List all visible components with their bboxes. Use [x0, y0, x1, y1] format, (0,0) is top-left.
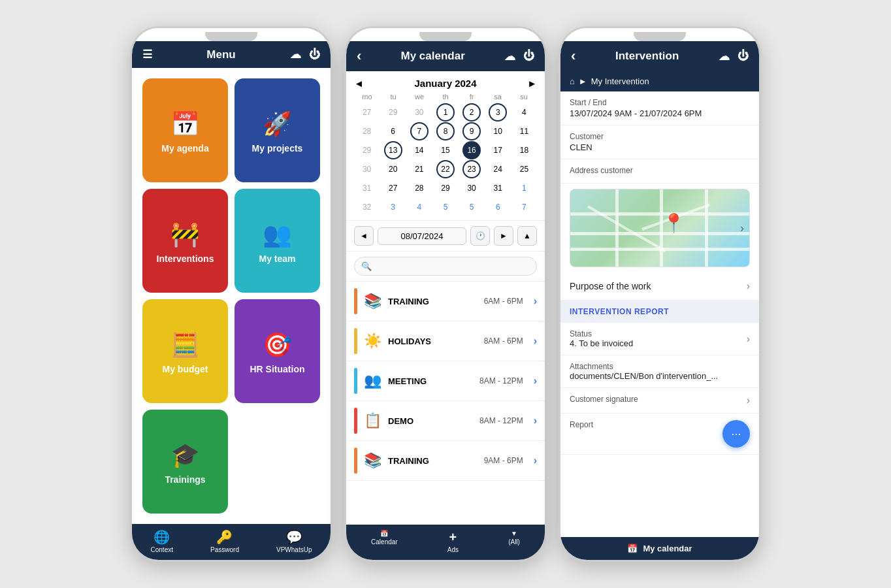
- cal-day-3[interactable]: 3: [489, 103, 507, 122]
- address-map[interactable]: 📍 ›: [570, 189, 750, 267]
- tile-myteam[interactable]: 👥 My team: [235, 189, 320, 293]
- bottom-nav-password[interactable]: 🔑 Password: [210, 529, 239, 553]
- event-chevron-3: ›: [534, 375, 537, 387]
- cal-day[interactable]: 5: [436, 198, 455, 216]
- cal-day[interactable]: 4: [410, 198, 429, 216]
- event-demo[interactable]: 📋 DEMO 8AM - 12PM ›: [346, 401, 545, 441]
- cal-date-display[interactable]: 08/07/2024: [378, 227, 466, 245]
- cal-day[interactable]: 7: [515, 198, 533, 216]
- status-row[interactable]: Status 4. To be invoiced ›: [560, 323, 759, 355]
- cal-day[interactable]: 5: [462, 198, 481, 216]
- attachments-row[interactable]: Attachments documents/CLEN/Bon d'interve…: [560, 355, 759, 388]
- tile-projects[interactable]: 🚀 My projects: [235, 78, 320, 182]
- cal-day[interactable]: 1: [515, 179, 533, 197]
- cal-day-29[interactable]: 29: [436, 179, 455, 197]
- cal-day-2[interactable]: 2: [462, 103, 481, 122]
- intervention-bottom-nav[interactable]: 📅 My calendar: [560, 537, 759, 560]
- breadcrumb-bar: ⌂ ► My Intervention: [560, 71, 759, 91]
- report-fab-button[interactable]: ···: [722, 420, 750, 448]
- tile-hr[interactable]: 🎯 HR Situation: [235, 299, 320, 403]
- next-month-btn[interactable]: ►: [527, 78, 537, 89]
- globe-icon: 🌐: [154, 529, 170, 545]
- cal-day-20[interactable]: 20: [384, 160, 402, 178]
- cal-day-9[interactable]: 9: [462, 122, 481, 140]
- back-icon-cal[interactable]: ‹: [357, 48, 361, 65]
- power-icon-cal[interactable]: ⏻: [523, 50, 534, 63]
- tile-trainings[interactable]: 🎓 Trainings: [142, 410, 228, 514]
- cloud-icon-int[interactable]: ☁: [719, 50, 730, 63]
- agenda-icon: 📅: [170, 110, 200, 138]
- cal-day-28[interactable]: 28: [410, 179, 429, 197]
- bottom-nav-vpwhatsup[interactable]: 💬 VPWhatsUp: [276, 529, 312, 553]
- cal-day-18[interactable]: 18: [515, 141, 533, 159]
- calendar-search-input[interactable]: [354, 257, 537, 276]
- cloud-icon[interactable]: ☁: [290, 48, 301, 61]
- report-row-item[interactable]: Report ···: [560, 414, 759, 455]
- cal-clock-btn[interactable]: 🕐: [470, 226, 490, 246]
- cal-day[interactable]: 3: [384, 198, 402, 216]
- customer-signature-row[interactable]: Customer signature ›: [560, 388, 759, 414]
- cal-day-27[interactable]: 27: [384, 179, 402, 197]
- cal-day-24[interactable]: 24: [489, 160, 507, 178]
- hr-icon: 🎯: [263, 331, 292, 359]
- power-icon-int[interactable]: ⏻: [737, 50, 749, 63]
- status-value: 4. To be invoiced: [570, 338, 747, 348]
- map-expand-icon[interactable]: ›: [740, 221, 744, 235]
- cal-day[interactable]: 6: [489, 198, 507, 216]
- calendar-nav-label: Calendar: [371, 538, 398, 546]
- event-holidays[interactable]: ☀️ HOLIDAYS 8AM - 6PM ›: [346, 321, 545, 361]
- cal-day-1[interactable]: 1: [436, 103, 455, 122]
- cal-day[interactable]: 31: [358, 179, 376, 197]
- cal-day-16[interactable]: 16: [462, 141, 481, 159]
- cloud-icon-cal[interactable]: ☁: [504, 50, 515, 63]
- cal-day-30[interactable]: 30: [462, 179, 481, 197]
- tile-budget[interactable]: 🧮 My budget: [142, 299, 228, 403]
- tile-interventions[interactable]: 🚧 Interventions: [142, 189, 228, 293]
- menu-body: 📅 My agenda 🚀 My projects 🚧 Intervention…: [132, 68, 331, 524]
- prev-month-btn[interactable]: ◄: [354, 78, 364, 89]
- cal-day-15[interactable]: 15: [436, 141, 455, 159]
- cal-day-4[interactable]: 4: [515, 103, 533, 122]
- bottom-ads-btn[interactable]: + Ads: [447, 530, 459, 553]
- event-name-4: DEMO: [388, 416, 473, 426]
- cal-day-14[interactable]: 14: [410, 141, 429, 159]
- cal-next-btn[interactable]: ►: [494, 226, 513, 246]
- cal-day-11[interactable]: 11: [515, 122, 533, 140]
- event-icon-meeting: 👥: [364, 372, 381, 389]
- home-icon[interactable]: ⌂: [570, 76, 575, 86]
- cal-day-7[interactable]: 7: [410, 122, 429, 140]
- wd-we: we: [406, 93, 432, 101]
- cal-prev-btn[interactable]: ◄: [354, 226, 374, 246]
- hamburger-icon[interactable]: [142, 48, 152, 61]
- back-icon-int[interactable]: ‹: [571, 48, 575, 65]
- cal-day-31[interactable]: 31: [489, 179, 507, 197]
- cal-day[interactable]: 27: [358, 103, 376, 122]
- cal-day-8[interactable]: 8: [436, 122, 455, 140]
- power-icon[interactable]: ⏻: [309, 48, 320, 61]
- cal-day-10[interactable]: 10: [489, 122, 507, 140]
- bottom-filter-btn[interactable]: ▼ (All): [508, 530, 520, 553]
- ads-nav-label: Ads: [447, 546, 459, 553]
- event-training-1[interactable]: 📚 TRAINING 6AM - 6PM ›: [346, 282, 545, 321]
- cal-day-21[interactable]: 21: [410, 160, 429, 178]
- cal-up-btn[interactable]: ▲: [517, 226, 537, 246]
- cal-day-17[interactable]: 17: [489, 141, 507, 159]
- cal-day[interactable]: 29: [384, 103, 402, 122]
- event-meeting[interactable]: 👥 MEETING 8AM - 12PM ›: [346, 361, 545, 401]
- cal-day-13[interactable]: 13: [384, 141, 402, 159]
- bottom-calendar-btn[interactable]: 📅 Calendar: [371, 530, 398, 553]
- cal-day-22[interactable]: 22: [436, 160, 455, 178]
- purpose-row[interactable]: Purpose of the work ›: [560, 272, 759, 301]
- cal-day[interactable]: 28: [358, 122, 376, 140]
- cal-day[interactable]: 30: [410, 103, 429, 122]
- bottom-nav-context[interactable]: 🌐 Context: [151, 529, 173, 553]
- cal-day-6[interactable]: 6: [384, 122, 402, 140]
- attachments-value: documents/CLEN/Bon d'intervention_...: [570, 371, 750, 381]
- cal-day[interactable]: 29: [358, 141, 376, 159]
- event-training-2[interactable]: 📚 TRAINING 9AM - 6PM ›: [346, 441, 545, 481]
- tile-agenda[interactable]: 📅 My agenda: [142, 78, 228, 182]
- cal-day-23[interactable]: 23: [462, 160, 481, 178]
- cal-week-num: 32: [358, 198, 376, 216]
- cal-day-25[interactable]: 25: [515, 160, 533, 178]
- cal-day[interactable]: 30: [358, 160, 376, 178]
